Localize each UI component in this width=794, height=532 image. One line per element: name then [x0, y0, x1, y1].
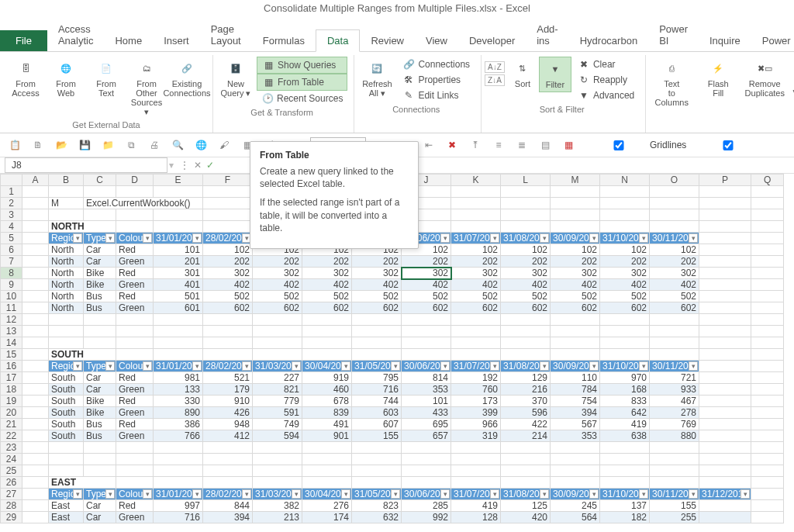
cell[interactable]: [253, 314, 302, 326]
cell[interactable]: [699, 384, 751, 396]
cell[interactable]: 919: [302, 372, 352, 384]
cell[interactable]: South: [49, 396, 84, 407]
filter-dropdown-icon[interactable]: ▾: [589, 489, 599, 499]
print-icon[interactable]: 🖨: [147, 138, 161, 152]
cell[interactable]: [751, 233, 784, 244]
cell[interactable]: [699, 500, 751, 512]
cell[interactable]: 227: [253, 372, 302, 384]
filter-dropdown-icon[interactable]: ▾: [490, 489, 499, 499]
align-bottom-icon[interactable]: ≣: [515, 138, 529, 152]
table-header-cell[interactable]: Region▾: [49, 361, 84, 372]
cell[interactable]: [451, 314, 501, 326]
cell[interactable]: 402: [352, 279, 402, 291]
cell[interactable]: South: [49, 430, 84, 442]
cell[interactable]: Car: [84, 244, 116, 256]
cell[interactable]: [22, 279, 49, 291]
cell[interactable]: [22, 500, 49, 512]
cell[interactable]: [650, 454, 699, 465]
cell[interactable]: [402, 337, 451, 349]
cell[interactable]: [699, 396, 751, 407]
cell[interactable]: [451, 209, 501, 221]
cell[interactable]: [203, 477, 253, 489]
show-queries-button[interactable]: ▦Show Queries: [257, 57, 347, 74]
row-header[interactable]: 22: [1, 430, 22, 442]
text-to-columns-button[interactable]: ⎙Textto Columns: [649, 57, 694, 109]
filter-dropdown-icon[interactable]: ▾: [292, 361, 301, 371]
cell[interactable]: [751, 326, 784, 337]
filter-dropdown-icon[interactable]: ▾: [540, 361, 549, 371]
cell[interactable]: M: [49, 198, 84, 209]
row-header[interactable]: 28: [1, 500, 22, 512]
namebox-dropdown-icon[interactable]: ▾: [169, 160, 174, 171]
cell[interactable]: 491: [302, 419, 352, 430]
cell[interactable]: [551, 454, 600, 465]
cell[interactable]: [699, 209, 751, 221]
table-header-cell[interactable]: 30/09/201▾: [551, 489, 600, 500]
cell[interactable]: [699, 454, 751, 465]
cell[interactable]: 419: [600, 419, 650, 430]
cell[interactable]: [154, 442, 203, 454]
cell[interactable]: [84, 186, 116, 198]
cell[interactable]: [751, 221, 784, 233]
cell[interactable]: [751, 465, 784, 477]
cell[interactable]: 603: [352, 407, 402, 419]
cell[interactable]: South: [49, 407, 84, 419]
cell[interactable]: Red: [116, 500, 154, 512]
delete-col-icon[interactable]: ✖: [445, 138, 459, 152]
cell[interactable]: [22, 442, 49, 454]
filter-dropdown-icon[interactable]: ▾: [341, 361, 350, 371]
filter-dropdown-icon[interactable]: ▾: [440, 233, 450, 243]
cell[interactable]: 202: [402, 256, 451, 268]
cell[interactable]: Bus: [84, 419, 116, 430]
table-header-cell[interactable]: Region▾: [49, 489, 84, 500]
cell[interactable]: [49, 454, 84, 465]
cell[interactable]: [650, 465, 699, 477]
cell[interactable]: [751, 256, 784, 268]
cell[interactable]: [203, 209, 253, 221]
cell[interactable]: [84, 209, 116, 221]
table-header-cell[interactable]: Type▾: [84, 233, 116, 244]
cell[interactable]: 607: [352, 419, 402, 430]
cell[interactable]: 594: [253, 430, 302, 442]
menu-review[interactable]: Review: [360, 30, 415, 51]
row-header[interactable]: 29: [1, 512, 22, 523]
menu-access-analytic[interactable]: Access Analytic: [47, 19, 105, 51]
cell[interactable]: [84, 454, 116, 465]
cell[interactable]: 602: [352, 302, 402, 314]
cell[interactable]: [116, 221, 154, 233]
cell[interactable]: [302, 314, 352, 326]
cell[interactable]: 823: [352, 500, 402, 512]
filter-dropdown-icon[interactable]: ▾: [490, 361, 499, 371]
cell[interactable]: 402: [600, 279, 650, 291]
cell[interactable]: [22, 430, 49, 442]
cell[interactable]: [751, 500, 784, 512]
cell[interactable]: [402, 349, 451, 361]
cell[interactable]: 330: [154, 396, 203, 407]
menu-inquire[interactable]: Inquire: [699, 30, 751, 51]
cell[interactable]: 302: [402, 268, 451, 279]
cell[interactable]: 502: [600, 291, 650, 302]
col-header[interactable]: C: [84, 174, 116, 186]
cell[interactable]: [501, 198, 551, 209]
cell[interactable]: Bus: [84, 302, 116, 314]
row-header[interactable]: 24: [1, 454, 22, 465]
table-header-cell[interactable]: 31/08/201▾: [501, 489, 551, 500]
cell[interactable]: [699, 244, 751, 256]
cell[interactable]: [22, 477, 49, 489]
borders-icon[interactable]: ▤: [538, 138, 552, 152]
cell[interactable]: [352, 349, 402, 361]
row-header[interactable]: 12: [1, 314, 22, 326]
cell[interactable]: 657: [402, 430, 451, 442]
row-header[interactable]: 1: [1, 186, 22, 198]
cell[interactable]: [751, 186, 784, 198]
edit-links-button[interactable]: ✎Edit Links: [398, 88, 475, 103]
cell[interactable]: Red: [116, 244, 154, 256]
cell[interactable]: 716: [352, 384, 402, 396]
cell[interactable]: 353: [402, 384, 451, 396]
col-header[interactable]: F: [203, 174, 253, 186]
cell[interactable]: 302: [650, 268, 699, 279]
cell[interactable]: [751, 477, 784, 489]
cell[interactable]: 302: [451, 268, 501, 279]
cell[interactable]: [116, 477, 154, 489]
cell[interactable]: 202: [501, 256, 551, 268]
